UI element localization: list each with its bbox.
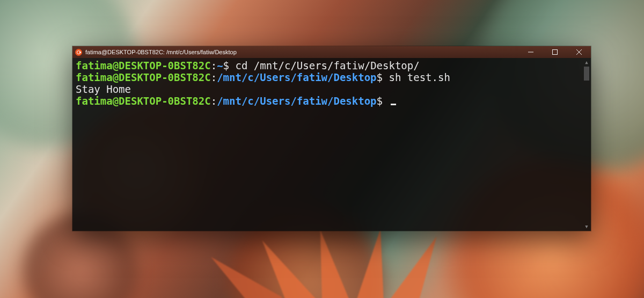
ubuntu-icon — [75, 49, 82, 56]
close-icon — [576, 49, 582, 55]
prompt-command: cd /mnt/c/Users/fatiw/Desktop/ — [235, 60, 419, 71]
maximize-button[interactable] — [543, 46, 567, 58]
prompt-symbol: $ — [377, 95, 389, 107]
prompt-user: fatima@DESKTOP-0BST82C — [76, 95, 211, 107]
scrollbar[interactable]: ▲ ▼ — [582, 58, 591, 231]
minimize-icon — [528, 49, 533, 55]
terminal-line: fatima@DESKTOP-0BST82C:/mnt/c/Users/fati… — [76, 95, 588, 107]
close-button[interactable] — [567, 46, 591, 58]
prompt-path: ~ — [217, 60, 223, 71]
terminal-line: Stay Home — [76, 83, 588, 95]
terminal-body[interactable]: fatima@DESKTOP-0BST82C:~$ cd /mnt/c/User… — [72, 58, 591, 231]
maximize-icon — [552, 49, 558, 55]
prompt-separator: : — [211, 60, 217, 71]
terminal-window: fatima@DESKTOP-0BST82C: /mnt/c/Users/fat… — [72, 46, 591, 231]
minimize-button[interactable] — [518, 46, 543, 58]
prompt-path: /mnt/c/Users/fatiw/Desktop — [217, 95, 376, 107]
window-title: fatima@DESKTOP-0BST82C: /mnt/c/Users/fat… — [85, 49, 518, 55]
terminal-output: Stay Home — [76, 83, 131, 95]
prompt-user: fatima@DESKTOP-0BST82C — [76, 71, 211, 83]
prompt-separator: : — [211, 71, 217, 83]
prompt-separator: : — [211, 95, 217, 107]
prompt-user: fatima@DESKTOP-0BST82C — [76, 60, 211, 71]
terminal-line: fatima@DESKTOP-0BST82C:~$ cd /mnt/c/User… — [76, 60, 588, 71]
window-controls — [518, 46, 591, 58]
scroll-up-icon[interactable]: ▲ — [582, 58, 591, 67]
prompt-symbol: $ — [223, 60, 236, 71]
cursor — [391, 104, 396, 105]
scroll-down-icon[interactable]: ▼ — [582, 222, 591, 231]
titlebar[interactable]: fatima@DESKTOP-0BST82C: /mnt/c/Users/fat… — [72, 46, 591, 58]
svg-rect-1 — [552, 50, 557, 55]
terminal-line: fatima@DESKTOP-0BST82C:/mnt/c/Users/fati… — [76, 71, 588, 83]
prompt-symbol: $ — [377, 71, 389, 83]
scroll-thumb[interactable] — [584, 67, 589, 81]
prompt-path: /mnt/c/Users/fatiw/Desktop — [217, 71, 376, 83]
prompt-command: sh test.sh — [389, 71, 450, 83]
